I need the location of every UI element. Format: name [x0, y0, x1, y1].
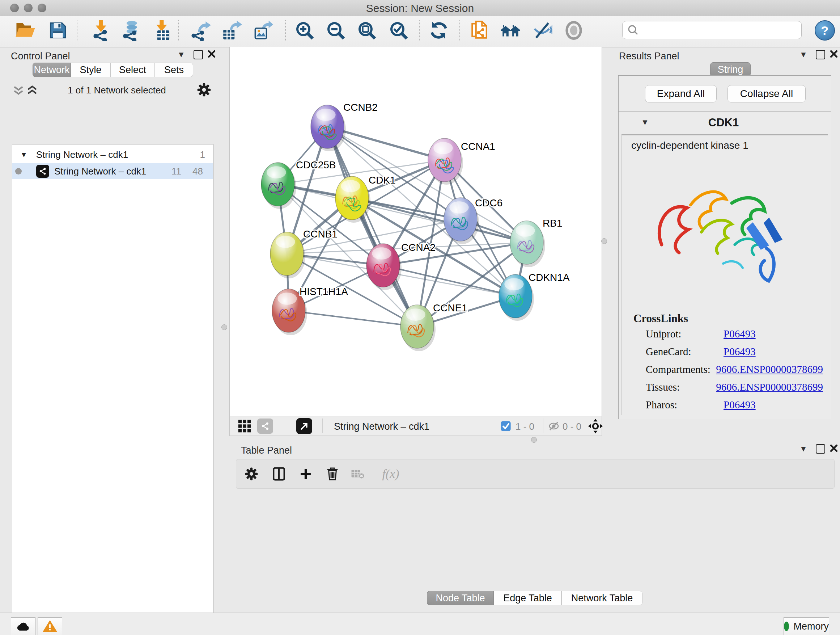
close-panel-icon[interactable] [207, 49, 216, 60]
zoom-fit-icon[interactable] [355, 19, 378, 42]
import-table-file-icon[interactable] [150, 19, 174, 42]
cloud-button[interactable] [11, 617, 35, 635]
panel-menu-caret-icon[interactable]: ▼ [799, 50, 807, 59]
collapse-all-button[interactable]: Collapse All [728, 85, 806, 103]
network-canvas[interactable]: CCNB2CCNA1CDC25BCDK1CDC6RB1CCNB1CCNA2CDK… [229, 47, 602, 416]
crosslink-label: Tissues: [646, 381, 716, 393]
apply-layout-icon[interactable] [427, 19, 450, 42]
export-table-icon[interactable] [220, 19, 243, 42]
tab-edge-table[interactable]: Edge Table [494, 591, 561, 605]
memory-button[interactable]: Memory [783, 617, 829, 635]
delete-column-trash-icon[interactable] [322, 462, 343, 486]
expand-all-button[interactable]: Expand All [645, 85, 717, 103]
help-button[interactable]: ? [815, 20, 835, 41]
selected-checkbox-icon[interactable] [500, 421, 511, 433]
panel-menu-caret-icon[interactable]: ▼ [799, 444, 807, 454]
float-panel-icon[interactable] [816, 444, 825, 454]
node-label: CCNA1 [461, 141, 495, 152]
zoom-selected-icon[interactable] [387, 19, 410, 42]
crosslink-link[interactable]: 9606.ENSP00000378699 [716, 381, 823, 393]
node-label: CDC25B [296, 159, 336, 171]
network-options-gear-icon[interactable] [197, 82, 211, 98]
share-view-icon[interactable] [257, 418, 273, 434]
table-tabs: Node TableEdge TableNetwork Table [427, 591, 643, 607]
tab-network-table[interactable]: Network Table [561, 591, 643, 605]
grid-view-icon[interactable] [238, 419, 251, 434]
close-panel-icon[interactable] [829, 443, 838, 454]
tab-select[interactable]: Select [111, 63, 155, 77]
crosslink-label: Pharos: [646, 399, 723, 411]
protein-name: CDK1 [669, 116, 778, 129]
table-settings-gear-icon[interactable] [240, 462, 262, 486]
collapse-all-tree-icon[interactable] [13, 86, 24, 97]
crosslink-link[interactable]: P06493 [723, 346, 756, 358]
crosslink-label: Uniprot: [646, 328, 723, 340]
import-network-database-icon[interactable] [119, 19, 142, 42]
crosslink-row: Compartments:9606.ENSP00000378699 [646, 363, 823, 375]
status-bar: Memory [0, 613, 840, 635]
section-collapse-caret-icon[interactable]: ▼ [641, 118, 649, 127]
network-edge[interactable] [289, 310, 417, 326]
network-row[interactable]: String Network – cdk1 11 48 [12, 163, 213, 179]
network-collection-row[interactable]: ▼ String Network – cdk1 1 [12, 147, 213, 162]
tree-expand-caret-icon[interactable]: ▼ [20, 150, 27, 159]
node-label: RB1 [543, 218, 562, 229]
crosslink-link[interactable]: P06493 [723, 399, 756, 411]
warning-icon [43, 620, 57, 632]
network-node-CDC25B[interactable]: CDC25B [261, 159, 336, 209]
network-node-CDC6[interactable]: CDC6 [444, 197, 502, 244]
zoom-out-icon[interactable] [324, 19, 347, 42]
toolbar-separator [285, 20, 286, 41]
warning-button[interactable] [38, 617, 62, 635]
open-in-window-icon[interactable] [296, 418, 312, 434]
show-columns-icon[interactable] [268, 462, 290, 486]
network-node-CCNB1[interactable]: CCNB1 [270, 228, 338, 279]
export-network-icon[interactable] [189, 19, 213, 42]
tab-network[interactable]: Network [33, 63, 71, 77]
panel-menu-caret-icon[interactable]: ▼ [177, 50, 185, 59]
tab-node-table[interactable]: Node Table [427, 591, 494, 605]
float-panel-icon[interactable] [194, 50, 203, 59]
network-node-CDKN1A[interactable]: CDKN1A [499, 272, 570, 321]
network-node-CCNB2[interactable]: CCNB2 [311, 102, 378, 151]
show-all-icon[interactable] [562, 19, 585, 42]
vertical-splitter-handle[interactable] [221, 325, 227, 330]
crosslink-link[interactable]: P06493 [723, 328, 756, 340]
network-node-HIST1H1A[interactable]: HIST1H1A [272, 286, 348, 335]
save-session-icon[interactable] [46, 19, 69, 42]
toolbar-separator [285, 418, 285, 433]
results-panel-title: Results Panel [619, 51, 679, 62]
import-string-network-icon[interactable] [467, 19, 491, 42]
zoom-in-icon[interactable] [293, 19, 316, 42]
expand-all-tree-icon[interactable] [27, 85, 38, 96]
search-input[interactable] [641, 24, 801, 36]
tab-string[interactable]: String [710, 62, 751, 77]
close-panel-icon[interactable] [829, 49, 838, 60]
divider [622, 134, 828, 135]
crosslink-label: GeneCard: [646, 346, 723, 358]
tab-sets[interactable]: Sets [155, 63, 193, 77]
network-node-CDK1[interactable]: CDK1 [335, 174, 396, 223]
hide-selected-icon[interactable] [531, 19, 554, 42]
search-icon [627, 24, 639, 36]
memory-label: Memory [793, 621, 829, 632]
open-session-icon[interactable] [14, 19, 37, 42]
node-label: CCNB2 [343, 102, 378, 113]
create-column-icon[interactable] [295, 462, 317, 486]
export-image-icon[interactable] [251, 19, 274, 42]
search-field[interactable] [622, 21, 802, 39]
network-node-RB1[interactable]: RB1 [510, 218, 562, 267]
move-target-icon[interactable] [588, 418, 603, 435]
network-edge[interactable] [383, 265, 515, 296]
network-node-CCNE1[interactable]: CCNE1 [401, 302, 467, 351]
string-home-icon[interactable] [499, 19, 523, 42]
tab-style[interactable]: Style [71, 63, 111, 77]
float-panel-icon[interactable] [816, 50, 825, 59]
crosslink-link[interactable]: 9606.ENSP00000378699 [716, 363, 823, 375]
protein-detail-box: cyclin-dependent kinase 1 CrossLinks Uni… [622, 135, 828, 415]
toolbar-separator [77, 20, 77, 41]
import-network-file-icon[interactable] [89, 19, 112, 42]
node-count: 11 [172, 166, 181, 177]
edge-count: 48 [193, 166, 203, 177]
node-label: CCNE1 [433, 302, 467, 314]
